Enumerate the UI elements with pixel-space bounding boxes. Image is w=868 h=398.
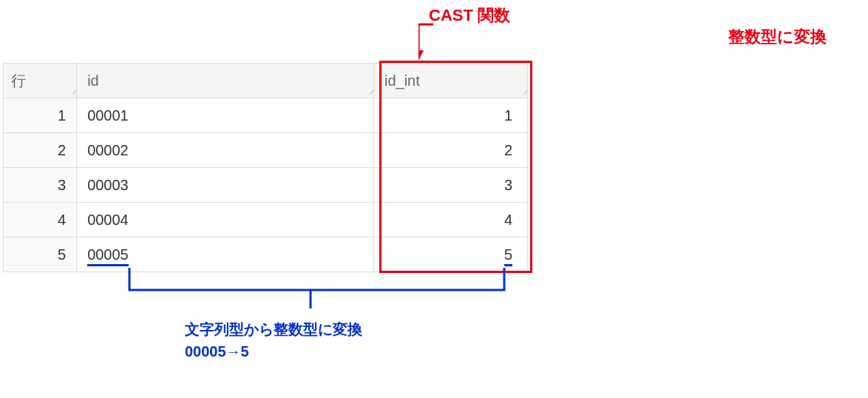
row-number-cell: 3	[4, 168, 77, 203]
row-number-cell: 1	[4, 98, 77, 133]
id-int-cell: 3	[373, 168, 527, 203]
bracket-connector	[115, 268, 508, 312]
header-id: id⁄⁄	[77, 64, 374, 98]
table-row: 3 00003 3	[4, 168, 528, 203]
table-row: 1 00001 1	[4, 98, 528, 133]
row-number-cell: 2	[4, 133, 77, 168]
id-cell: 00002	[77, 133, 374, 168]
id-int-cell: 5	[373, 237, 527, 272]
table-row: 4 00004 4	[4, 203, 528, 237]
result-table: 行⁄⁄ id⁄⁄ id_int⁄⁄ 1 00001 1 2 00002 2 3 …	[3, 63, 528, 272]
id-int-cell: 1	[373, 98, 527, 133]
cast-function-label: CAST 関数	[429, 4, 510, 27]
header-row: 行⁄⁄	[4, 64, 77, 98]
id-cell: 00003	[77, 168, 374, 203]
row-number-cell: 5	[4, 237, 77, 272]
id-int-cell: 4	[373, 203, 527, 237]
row-number-cell: 4	[4, 203, 77, 237]
integer-convert-label: 整数型に変換	[728, 26, 827, 48]
table-row: 5 00005 5	[4, 237, 528, 272]
id-int-cell: 2	[373, 133, 527, 168]
table-row: 2 00002 2	[4, 133, 528, 168]
id-cell: 00004	[77, 203, 374, 237]
id-cell: 00001	[77, 98, 374, 133]
header-id-int: id_int⁄⁄	[373, 64, 527, 98]
id-cell: 00005	[77, 237, 374, 272]
arrow-down-icon	[418, 22, 463, 62]
conversion-explanation: 文字列型から整数型に変換 00005→5	[185, 318, 362, 362]
